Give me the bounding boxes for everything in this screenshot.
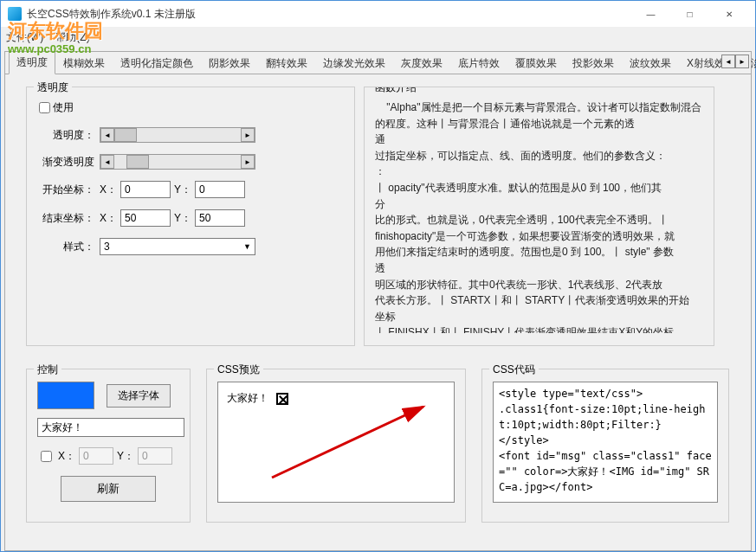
css-code-output[interactable]: <style type="text/css"> .class1{font-siz…: [493, 382, 718, 503]
grad-slider-right[interactable]: ►: [241, 155, 255, 169]
svg-line-0: [272, 407, 423, 478]
tab-dropshadow[interactable]: 投影效果: [565, 52, 622, 74]
end-coord-label: 结束坐标：: [37, 211, 100, 226]
group-description: 函数介绍 "Alpha"属性是把一个目标元素与背景混合。设计者可以指定数制混合的…: [364, 87, 714, 346]
end-x-input[interactable]: [120, 209, 171, 227]
sample-text-input[interactable]: [37, 418, 184, 437]
tab-scroll-right-button[interactable]: ►: [735, 55, 749, 68]
tab-chroma[interactable]: 透明化指定颜色: [113, 52, 201, 74]
workarea: 透明度 使用 透明度： ◄ ► 渐变透明度: [5, 74, 751, 535]
use-label: 使用: [53, 100, 74, 115]
tab-shadow[interactable]: 阴影效果: [201, 52, 258, 74]
style-value: 3: [104, 241, 110, 253]
app-window: 长空CSS特效制作系统v0.1 未注册版 — □ ✕ 河东软件园 www.pc0…: [0, 0, 756, 552]
grad-opacity-slider[interactable]: ◄ ►: [100, 154, 255, 170]
choose-font-button[interactable]: 选择字体: [107, 384, 171, 408]
group-control: 控制 选择字体 X： Y： 刷新: [26, 369, 191, 523]
opacity-slider-left[interactable]: ◄: [100, 128, 114, 142]
tab-flip[interactable]: 翻转效果: [258, 52, 315, 74]
app-icon: [8, 7, 22, 21]
end-x-label: X：: [100, 211, 117, 226]
tab-wave[interactable]: 波纹效果: [622, 52, 679, 74]
style-label: 样式：: [37, 240, 100, 254]
tab-mask[interactable]: 覆膜效果: [507, 52, 565, 74]
color-swatch[interactable]: [37, 382, 94, 409]
menu-file[interactable]: 文件(W): [6, 30, 43, 45]
preview-sample-text: 大家好！: [227, 392, 268, 404]
tab-blur[interactable]: 模糊效果: [55, 52, 113, 74]
start-x-input[interactable]: [120, 181, 171, 198]
menubar: 文件(W) 帮助(Z): [1, 27, 755, 48]
group-preview-title: CSS预览: [214, 363, 263, 377]
ctrl-y-label: Y：: [117, 449, 134, 464]
tab-scroll-left-button[interactable]: ◄: [721, 55, 735, 68]
ctrl-x-label: X：: [58, 449, 75, 464]
coord-checkbox[interactable]: [41, 451, 52, 462]
opacity-slider[interactable]: ◄ ►: [100, 127, 255, 143]
titlebar[interactable]: 长空CSS特效制作系统v0.1 未注册版 — □ ✕: [1, 1, 755, 27]
preview-canvas: 大家好！: [217, 382, 455, 503]
tab-invert[interactable]: 底片特效: [450, 52, 507, 74]
tab-opacity[interactable]: 透明度: [9, 51, 55, 74]
end-y-label: Y：: [174, 211, 191, 226]
tab-glow[interactable]: 边缘发光效果: [315, 52, 393, 74]
use-checkbox[interactable]: [39, 102, 50, 113]
broken-image-icon: [276, 393, 288, 405]
refresh-button[interactable]: 刷新: [61, 476, 156, 502]
group-code: CSS代码 <style type="text/css"> .class1{fo…: [481, 369, 729, 523]
tabstrip: 透明度 模糊效果 透明化指定颜色 阴影效果 翻转效果 边缘发光效果 灰度效果 底…: [5, 52, 751, 74]
end-y-input[interactable]: [195, 209, 245, 227]
maximize-button[interactable]: □: [670, 2, 709, 26]
group-opacity-title: 透明度: [34, 80, 72, 95]
group-code-title: CSS代码: [489, 363, 539, 377]
grad-opacity-label: 渐变透明度: [37, 155, 100, 170]
chevron-down-icon: ▼: [243, 242, 251, 251]
opacity-slider-right[interactable]: ►: [241, 128, 255, 142]
group-description-title: 函数介绍: [372, 87, 420, 95]
menu-help[interactable]: 帮助(Z): [55, 30, 89, 45]
grad-slider-left[interactable]: ◄: [100, 155, 114, 169]
arrow-annotation: [263, 400, 436, 489]
start-x-label: X：: [100, 183, 117, 197]
opacity-label: 透明度：: [37, 128, 100, 143]
style-combobox[interactable]: 3 ▼: [100, 238, 255, 255]
group-opacity: 透明度 使用 透明度： ◄ ► 渐变透明度: [26, 87, 355, 346]
group-control-title: 控制: [34, 363, 61, 377]
main-frame: 透明度 模糊效果 透明化指定颜色 阴影效果 翻转效果 边缘发光效果 灰度效果 底…: [4, 51, 752, 551]
group-preview: CSS预览 大家好！: [206, 369, 466, 523]
start-y-label: Y：: [174, 183, 191, 197]
close-button[interactable]: ✕: [709, 2, 748, 26]
ctrl-x-input[interactable]: [79, 447, 113, 465]
tab-gray[interactable]: 灰度效果: [393, 52, 450, 74]
ctrl-y-input[interactable]: [138, 447, 172, 465]
minimize-button[interactable]: —: [631, 2, 670, 26]
description-text: "Alpha"属性是把一个目标元素与背景混合。设计者可以指定数制混合的程度。这种…: [375, 99, 703, 333]
window-title: 长空CSS特效制作系统v0.1 未注册版: [27, 7, 631, 22]
start-y-input[interactable]: [195, 181, 245, 198]
start-coord-label: 开始坐标：: [37, 183, 100, 197]
